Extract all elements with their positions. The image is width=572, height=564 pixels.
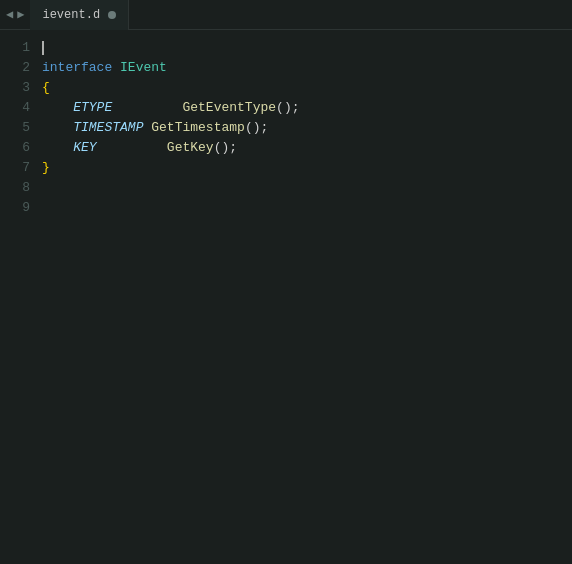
editor-area: 1 2 3 4 5 6 7 8 9 interface IEvent { ETY… (0, 30, 572, 564)
line-number: 9 (8, 198, 30, 218)
method-gettimestamp: GetTimestamp (151, 118, 245, 138)
code-line-6: KEY GetKey (); (42, 138, 564, 158)
line-number: 2 (8, 58, 30, 78)
line-number: 1 (8, 38, 30, 58)
line-numbers: 1 2 3 4 5 6 7 8 9 (0, 38, 42, 564)
tab-filename: ievent.d (42, 8, 100, 22)
line-number: 6 (8, 138, 30, 158)
code-content[interactable]: interface IEvent { ETYPE GetEventType ()… (42, 38, 572, 564)
text-cursor (42, 41, 44, 55)
line-number: 3 (8, 78, 30, 98)
method-geteventtype: GetEventType (182, 98, 276, 118)
field-key: KEY (73, 138, 96, 158)
code-line-5: TIMESTAMP GetTimestamp (); (42, 118, 564, 138)
field-etype: ETYPE (73, 98, 112, 118)
punct-1: (); (276, 98, 299, 118)
tab[interactable]: ievent.d (30, 0, 129, 30)
line-number: 4 (8, 98, 30, 118)
field-timestamp: TIMESTAMP (73, 118, 143, 138)
punct-2: (); (245, 118, 268, 138)
tab-modified-dot (108, 11, 116, 19)
title-bar: ◀ ▶ ievent.d (0, 0, 572, 30)
code-line-8 (42, 178, 564, 198)
open-brace: { (42, 78, 50, 98)
code-line-3: { (42, 78, 564, 98)
line-number: 8 (8, 178, 30, 198)
nav-back-icon[interactable]: ◀ (6, 7, 13, 22)
code-line-4: ETYPE GetEventType (); (42, 98, 564, 118)
close-brace: } (42, 158, 50, 178)
code-line-9 (42, 198, 564, 218)
code-line-2: interface IEvent (42, 58, 564, 78)
keyword-interface: interface (42, 58, 112, 78)
nav-arrows[interactable]: ◀ ▶ (0, 7, 30, 22)
nav-forward-icon[interactable]: ▶ (17, 7, 24, 22)
punct-3: (); (214, 138, 237, 158)
method-getkey: GetKey (167, 138, 214, 158)
line-number: 7 (8, 158, 30, 178)
line-number: 5 (8, 118, 30, 138)
type-ievent: IEvent (120, 58, 167, 78)
code-line-1 (42, 38, 564, 58)
code-line-7: } (42, 158, 564, 178)
